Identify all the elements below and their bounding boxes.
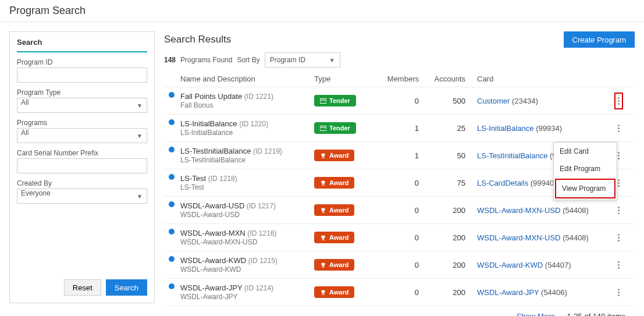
status-dot-icon	[169, 147, 175, 152]
card-link[interactable]: LS-InitialBalance	[477, 124, 534, 133]
row-menu-button[interactable]	[607, 93, 630, 109]
program-name: WSDL-Award-MXN	[180, 229, 245, 237]
kebab-icon	[615, 259, 622, 271]
page-title: Program Search	[0, 0, 644, 22]
accounts-count: 200	[419, 233, 465, 242]
status-dot-icon	[169, 119, 175, 125]
svg-rect-9	[322, 212, 325, 212]
card-link[interactable]: WSDL-Award-MXN-USD	[477, 233, 561, 242]
card-link[interactable]: LS-TestInitialBalance	[477, 151, 547, 160]
program-id-label: Program ID	[17, 58, 147, 66]
table-row: Fall Points Update (ID 1221)Fall BonusTe…	[164, 87, 635, 115]
accounts-count: 50	[419, 151, 465, 160]
type-label: Award	[329, 207, 348, 214]
row-menu-button[interactable]	[607, 286, 630, 299]
svg-rect-5	[322, 157, 325, 158]
search-panel: Search Program ID Program Type All ▼ Pro…	[9, 31, 155, 303]
show-more-link[interactable]: Show More...	[517, 312, 561, 316]
search-button[interactable]: Search	[106, 279, 147, 296]
program-description: LS-InitialBalance	[180, 129, 268, 137]
svg-rect-8	[323, 211, 324, 212]
program-id: (ID 1216)	[247, 229, 276, 237]
program-type-label: Program Type	[17, 88, 147, 97]
type-badge: Award	[314, 177, 354, 189]
card-link[interactable]: WSDL-Award-MXN-USD	[477, 206, 561, 215]
menu-edit-program[interactable]: Edit Program	[554, 160, 617, 177]
program-id: (ID 1221)	[244, 93, 273, 101]
program-type-select[interactable]: All	[17, 98, 147, 113]
card-link[interactable]: Customer	[477, 97, 510, 105]
members-count: 0	[372, 233, 419, 242]
col-accounts: Accounts	[419, 74, 465, 83]
status-dot-icon	[169, 283, 175, 289]
program-name: WSDL-Award-JPY	[180, 283, 242, 292]
type-label: Award	[329, 152, 348, 159]
create-program-button[interactable]: Create Program	[564, 31, 635, 48]
menu-view-program[interactable]: View Program	[555, 179, 615, 198]
caret-down-icon: ▼	[329, 57, 335, 63]
svg-rect-4	[323, 156, 324, 157]
type-label: Award	[329, 234, 348, 241]
row-menu-button[interactable]	[607, 259, 630, 271]
card-id: (99934)	[536, 124, 562, 133]
program-description: Fall Bonus	[180, 101, 273, 109]
type-label: Award	[329, 289, 348, 296]
row-menu-button[interactable]	[607, 122, 630, 134]
card-id: (54408)	[563, 233, 589, 242]
programs-select[interactable]: All	[17, 128, 147, 143]
table-row: WSDL-Award-JPY (ID 1214)WSDL-Award-JPYAw…	[164, 279, 635, 306]
card-link[interactable]: WSDL-Award-KWD	[477, 261, 543, 269]
kebab-icon	[614, 93, 623, 109]
menu-edit-card[interactable]: Edit Card	[554, 143, 617, 160]
results-count: 148	[164, 56, 176, 64]
accounts-count: 500	[419, 97, 465, 105]
program-description: LS-Test	[180, 183, 237, 191]
card-link[interactable]: LS-CardDetails	[477, 179, 528, 187]
svg-rect-0	[320, 98, 326, 103]
type-label: Tender	[329, 125, 350, 132]
row-action-menu: Edit Card Edit Program View Program	[553, 142, 617, 200]
card-id: (54406)	[541, 288, 567, 297]
results-panel: Search Results Create Program 148 Progra…	[164, 31, 635, 316]
members-count: 0	[372, 179, 419, 187]
type-badge: Award	[314, 259, 354, 271]
program-id: (ID 1214)	[244, 284, 273, 292]
table-header: Name and Description Type Members Accoun…	[164, 71, 635, 87]
created-by-select[interactable]: Everyone	[17, 189, 147, 204]
table-row: WSDL-Award-USD (ID 1217)WSDL-Award-USDAw…	[164, 197, 635, 224]
row-menu-button[interactable]	[607, 232, 630, 244]
card-serial-input[interactable]	[17, 158, 147, 173]
type-badge: Award	[314, 150, 354, 161]
kebab-icon	[615, 232, 622, 244]
members-count: 0	[372, 261, 419, 269]
program-description: WSDL-Award-USD	[180, 211, 276, 219]
type-badge: Award	[314, 232, 354, 243]
sort-by-select[interactable]: Program ID ▼	[265, 52, 340, 68]
card-id: (23434)	[512, 97, 538, 105]
svg-rect-12	[323, 265, 324, 267]
program-description: WSDL-Award-JPY	[180, 293, 273, 301]
row-menu-button[interactable]	[607, 204, 630, 216]
results-heading: Search Results	[164, 34, 231, 45]
svg-rect-7	[322, 184, 325, 185]
svg-rect-2	[320, 126, 326, 130]
card-link[interactable]: WSDL-Award-JPY	[477, 288, 539, 297]
col-card: Card	[465, 74, 607, 83]
reset-button[interactable]: Reset	[64, 279, 101, 296]
program-id: (ID 1217)	[247, 202, 276, 210]
search-heading: Search	[17, 38, 147, 52]
pagination-range: 1-25 of 148 items	[567, 312, 625, 316]
kebab-icon	[615, 204, 622, 216]
type-label: Award	[329, 179, 348, 186]
members-count: 1	[372, 151, 419, 160]
table-row: LS-InitialBalance (ID 1220)LS-InitialBal…	[164, 115, 635, 142]
accounts-count: 75	[419, 179, 465, 187]
program-id-input[interactable]	[17, 68, 147, 83]
col-type: Type	[314, 74, 372, 83]
accounts-count: 200	[419, 261, 465, 269]
status-dot-icon	[169, 92, 175, 98]
members-count: 1	[372, 124, 419, 133]
col-name: Name and Description	[169, 74, 314, 83]
svg-rect-15	[322, 294, 325, 294]
status-dot-icon	[169, 256, 175, 262]
